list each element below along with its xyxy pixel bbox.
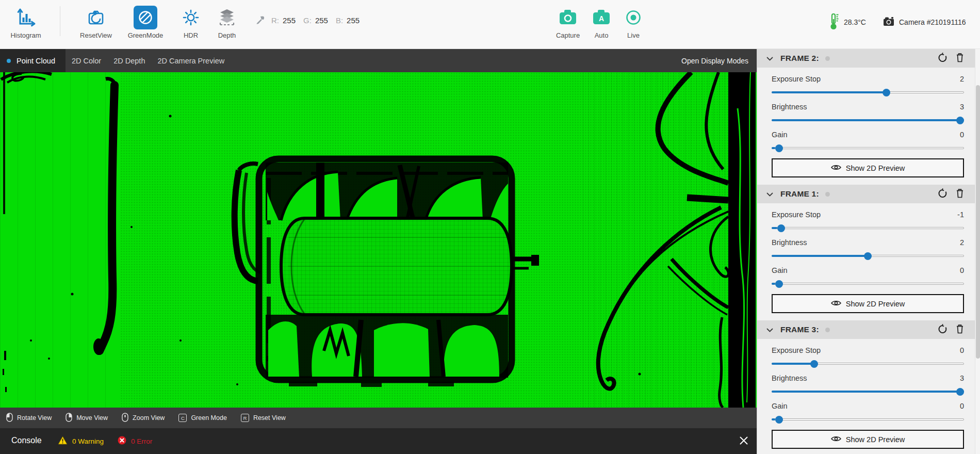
- slider-handle[interactable]: [775, 280, 783, 288]
- exposure-stop-slider[interactable]: [772, 224, 964, 232]
- delete-frame-icon[interactable]: [956, 324, 964, 336]
- mouse-right-button-icon: [66, 413, 72, 424]
- gain-slider[interactable]: [772, 415, 964, 424]
- brightness-value: 3: [960, 374, 964, 382]
- gain-slider[interactable]: [772, 280, 964, 288]
- frames-sidebar: FRAME 2: Exposure Stop2 Brightn: [757, 49, 980, 454]
- exposure-stop-label: Exposure Stop: [772, 75, 821, 83]
- gain-slider[interactable]: [772, 144, 964, 152]
- histogram-icon: [4, 4, 47, 31]
- scrollbar-thumb[interactable]: [976, 85, 980, 359]
- slider-handle[interactable]: [956, 388, 964, 396]
- delete-frame-icon[interactable]: [956, 188, 964, 200]
- brightness-label: Brightness: [772, 238, 807, 247]
- warning-counter[interactable]: 0 Warning: [58, 436, 104, 446]
- eye-icon: [831, 300, 841, 308]
- auto-camera-icon: A: [585, 4, 618, 31]
- frame-title: FRAME 3:: [780, 325, 819, 334]
- capture-button[interactable]: Capture: [551, 4, 584, 39]
- frame-2-header[interactable]: FRAME 2:: [757, 49, 975, 68]
- slider-handle[interactable]: [864, 252, 872, 260]
- console-title: Console: [11, 436, 42, 445]
- green-mode-button[interactable]: GreenMode: [124, 4, 167, 39]
- hint-green-mode: C Green Mode: [178, 414, 226, 422]
- camera-icon: [883, 17, 894, 28]
- brightness-slider[interactable]: [772, 387, 964, 396]
- slider-handle[interactable]: [810, 360, 818, 368]
- reset-view-button[interactable]: ResetView: [74, 4, 118, 39]
- app-root: Histogram ResetView: [0, 0, 980, 454]
- slider-group: Brightness2: [772, 237, 964, 260]
- slider-handle[interactable]: [956, 117, 964, 124]
- reset-frame-icon[interactable]: [938, 188, 948, 200]
- tab-label: Point Cloud: [17, 57, 55, 65]
- hint-move-view: Move View: [66, 413, 108, 424]
- slider-group: Gain0: [772, 129, 964, 152]
- gain-label: Gain: [772, 131, 788, 139]
- mouse-wheel-icon: [122, 413, 128, 424]
- frame-1-panel: FRAME 1: Exposure Stop-1 Bright: [757, 185, 975, 313]
- reset-frame-icon[interactable]: [938, 324, 948, 336]
- exposure-stop-slider[interactable]: [772, 360, 964, 368]
- frame-3-header[interactable]: FRAME 3:: [757, 320, 975, 339]
- console-close-icon[interactable]: [739, 436, 748, 447]
- slider-handle[interactable]: [775, 416, 783, 424]
- hint-reset-view: R Reset View: [241, 414, 286, 422]
- brightness-slider[interactable]: [772, 116, 964, 124]
- thermometer-icon: [828, 13, 839, 32]
- slider-group: Gain0: [772, 401, 964, 424]
- exposure-stop-slider[interactable]: [772, 88, 964, 96]
- tab-point-cloud[interactable]: Point Cloud: [0, 49, 66, 72]
- frame-2-panel: FRAME 2: Exposure Stop2 Brightn: [757, 49, 975, 177]
- reset-frame-icon[interactable]: [938, 53, 948, 64]
- gain-label: Gain: [772, 266, 788, 274]
- pixel-rgb-readout: R: 255 G: 255 B: 255: [255, 0, 364, 40]
- slider-handle[interactable]: [883, 89, 890, 96]
- tab-2d-camera-preview[interactable]: 2D Camera Preview: [151, 49, 231, 72]
- eyedropper-icon: [255, 14, 266, 26]
- depth-layers-icon: [205, 4, 249, 31]
- tab-label: 2D Depth: [113, 57, 145, 65]
- slider-handle[interactable]: [775, 144, 783, 152]
- chevron-down-icon[interactable]: [766, 189, 773, 199]
- auto-button[interactable]: A Auto: [585, 4, 618, 39]
- frame-1-header[interactable]: FRAME 1:: [757, 185, 975, 203]
- r-label: R:: [271, 16, 279, 25]
- show-2d-preview-button[interactable]: Show 2D Preview: [772, 294, 964, 313]
- show-2d-preview-button[interactable]: Show 2D Preview: [772, 158, 964, 177]
- depth-button[interactable]: Depth: [205, 4, 249, 39]
- live-button[interactable]: Live: [617, 4, 650, 39]
- gain-value: 0: [960, 131, 964, 139]
- brightness-slider[interactable]: [772, 252, 964, 260]
- exposure-stop-value: -1: [957, 210, 964, 219]
- capture-camera-icon: [551, 4, 584, 31]
- sidebar-scrollbar[interactable]: [975, 49, 980, 454]
- histogram-button[interactable]: Histogram: [4, 4, 47, 39]
- point-cloud-viewport[interactable]: [0, 72, 757, 408]
- slider-group: Exposure Stop0: [772, 345, 964, 368]
- slider-handle[interactable]: [777, 224, 785, 232]
- brightness-label: Brightness: [772, 103, 807, 111]
- reset-view-label: ResetView: [74, 31, 118, 39]
- tab-2d-depth[interactable]: 2D Depth: [107, 49, 151, 72]
- tab-2d-color[interactable]: 2D Color: [66, 49, 107, 72]
- chevron-down-icon[interactable]: [766, 54, 773, 63]
- slider-group: Exposure Stop-1: [772, 209, 964, 232]
- gain-value: 0: [960, 266, 964, 274]
- chevron-down-icon[interactable]: [766, 325, 773, 334]
- brightness-value: 2: [960, 238, 964, 247]
- gain-value: 0: [960, 402, 964, 410]
- open-display-modes-button[interactable]: Open Display Modes: [681, 49, 748, 72]
- tab-label: 2D Camera Preview: [157, 57, 224, 65]
- delete-frame-icon[interactable]: [956, 53, 964, 64]
- brightness-label: Brightness: [772, 374, 807, 382]
- show-2d-preview-button[interactable]: Show 2D Preview: [772, 430, 964, 449]
- error-icon: [118, 436, 126, 446]
- mouse-left-button-icon: [6, 413, 13, 424]
- error-counter[interactable]: 0 Error: [118, 436, 152, 446]
- warning-icon: [58, 436, 68, 446]
- capture-label: Capture: [551, 31, 584, 39]
- temperature-readout: 28.3°C: [828, 0, 866, 44]
- exposure-stop-value: 2: [960, 75, 964, 83]
- eye-icon: [831, 435, 841, 444]
